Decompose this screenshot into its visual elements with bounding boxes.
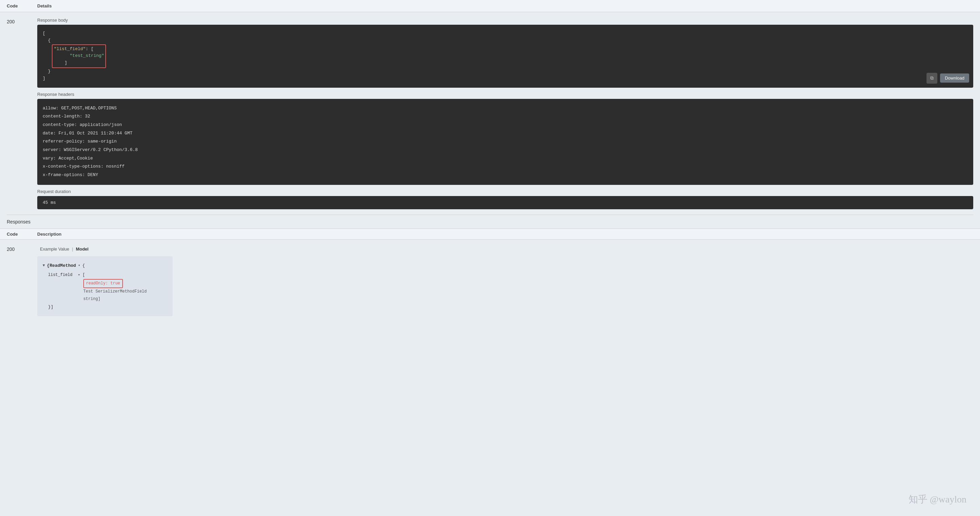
header-line-2: content-length: 32	[43, 113, 968, 121]
model-array-bracket: [	[83, 273, 85, 277]
model-type-row: string]	[78, 295, 146, 303]
header-line-4: date: Fri,01 Oct 2021 11:20:44 GMT	[43, 129, 968, 138]
header-line-3: content-type: application/json	[43, 121, 968, 129]
json-line-1: [	[43, 30, 968, 37]
model-readonly-row: readOnly: true	[78, 279, 146, 289]
model-chevron2[interactable]: ▾	[78, 262, 80, 269]
request-duration-label: Request duration	[37, 189, 973, 194]
response-headers-label: Response headers	[37, 92, 973, 97]
details-header: Details	[37, 3, 973, 8]
model-field-row: list_field ▾ [ readOnly: true Test Seria…	[43, 271, 167, 303]
copy-button[interactable]: ⧉	[926, 73, 937, 84]
example-value-tab[interactable]: Example Value	[37, 245, 72, 253]
responses-200-code: 200	[7, 245, 37, 316]
request-duration-section: Request duration 45 ms	[37, 189, 973, 209]
model-field-desc: Test SerializerMethodField	[83, 289, 146, 294]
model-box: ▼ {ReadMethod ▾ { list_field ▾ [ readOnl…	[37, 256, 173, 316]
model-desc-row: Test SerializerMethodField	[78, 288, 146, 295]
header-line-8: x-content-type-options: nosniff	[43, 162, 968, 171]
highlighted-json: "list_field": [ "test_string" ]	[52, 44, 106, 68]
header-line-1: allow: GET,POST,HEAD,OPTIONS	[43, 104, 968, 113]
response-headers-section: Response headers allow: GET,POST,HEAD,OP…	[37, 92, 973, 185]
duration-value: 45 ms	[43, 200, 56, 205]
example-model-tabs: Example Value | Model	[37, 245, 973, 253]
model-field-type: string]	[83, 297, 100, 301]
response-200-details: Response body [ { "list_field": [ "test_…	[37, 17, 973, 209]
header-line-5: referrer-policy: same-origin	[43, 138, 968, 146]
response-headers-block: allow: GET,POST,HEAD,OPTIONS content-len…	[37, 99, 973, 185]
responses-table-header: Code Description	[0, 229, 980, 240]
responses-description-col: Description	[37, 232, 973, 237]
response-body-block: [ { "list_field": [ "test_string" ] } ]	[37, 25, 973, 88]
header-line-6: server: WSGIServer/0.2 CPython/3.6.8	[43, 146, 968, 154]
json-line-6: }	[43, 68, 968, 75]
responses-200-row: 200 Example Value | Model ▼ {ReadMethod …	[0, 240, 980, 322]
code-header: Code	[7, 3, 37, 8]
response-code-200: 200	[7, 17, 37, 24]
duration-block: 45 ms	[37, 196, 973, 209]
response-body-section: Response body [ { "list_field": [ "test_…	[37, 17, 973, 88]
model-tab[interactable]: Model	[73, 245, 91, 253]
json-line-3: "list_field": [ "test_string" ]	[43, 44, 968, 68]
table-header: Code Details	[0, 0, 980, 12]
responses-title: Responses	[7, 219, 30, 224]
model-open-brace: {	[82, 262, 85, 270]
response-200-row: 200 Response body [ { "list_field": [ "t…	[0, 12, 980, 215]
model-field-details: ▾ [ readOnly: true Test SerializerMethod…	[78, 271, 146, 303]
json-line-7: ]	[43, 75, 968, 82]
main-container: Code Details 200 Response body [ { "list…	[0, 0, 980, 516]
model-array-row: ▾ [	[78, 271, 146, 279]
download-button[interactable]: Download	[940, 73, 969, 83]
json-line-2: {	[43, 37, 968, 44]
header-line-9: x-frame-options: DENY	[43, 171, 968, 179]
model-title-row: ▼ {ReadMethod ▾ {	[43, 262, 167, 270]
responses-200-details: Example Value | Model ▼ {ReadMethod ▾ { …	[37, 245, 973, 316]
download-area: ⧉ Download	[926, 73, 969, 84]
readonly-badge: readOnly: true	[83, 279, 123, 289]
header-line-7: vary: Accept,Cookie	[43, 154, 968, 163]
responses-code-col: Code	[7, 232, 37, 237]
response-body-label: Response body	[37, 17, 973, 23]
model-name: {ReadMethod	[47, 262, 76, 270]
model-collapse-chevron[interactable]: ▼	[43, 262, 45, 269]
model-field-name: list_field	[48, 271, 75, 279]
copy-icon: ⧉	[930, 75, 934, 81]
model-close-row: }]	[43, 303, 167, 311]
model-array-chevron[interactable]: ▾	[78, 273, 80, 277]
responses-section-header: Responses	[0, 215, 980, 229]
model-close-brace: }]	[48, 304, 54, 310]
